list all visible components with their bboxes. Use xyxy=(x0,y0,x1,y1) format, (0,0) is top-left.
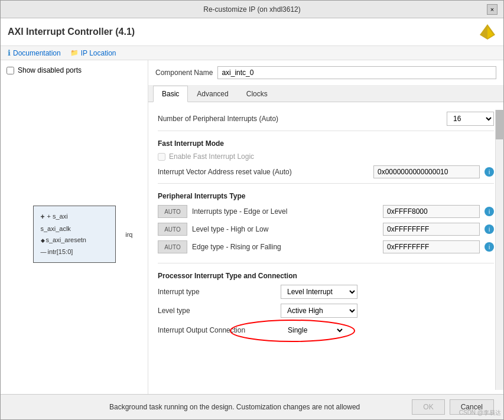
left-panel: Show disabled ports + + s_axi s_axi_aclk… xyxy=(1,60,148,394)
scrollbar-track[interactable] xyxy=(495,110,503,390)
tab-basic[interactable]: Basic xyxy=(153,86,188,102)
peripheral-interrupts-count-row: Number of Peripheral Interrupts (Auto) 1… xyxy=(158,112,494,126)
enable-fast-interrupt-label: Enable Fast Interrupt Logic xyxy=(169,152,254,161)
enable-fast-interrupt-checkbox[interactable] xyxy=(158,153,165,161)
tab-advanced[interactable]: Advanced xyxy=(188,86,237,102)
peripheral-type-input-2[interactable] xyxy=(383,240,480,253)
footer-status-text: Background task running on the design. C… xyxy=(57,403,412,411)
main-content: Show disabled ports + + s_axi s_axi_aclk… xyxy=(1,60,503,394)
port-s-axi-aclk: s_axi_aclk xyxy=(41,223,108,235)
peripheral-type-info-0[interactable]: i xyxy=(485,207,494,216)
peripheral-type-row-2: AUTO Edge type - Rising or Falling i xyxy=(158,240,494,253)
auto-tag-0: AUTO xyxy=(158,205,187,218)
folder-icon: 📁 xyxy=(70,49,79,57)
peripheral-type-row-1: AUTO Level type - High or Low i xyxy=(158,223,494,236)
output-connection-row: Interrupt Output Connection Single Bus xyxy=(158,323,494,338)
title-bar: Re-customize IP (on xhdl3612) × xyxy=(1,1,503,18)
level-type-row: Level type Active High Active Low xyxy=(158,304,494,318)
interrupt-type-label: Interrupt type xyxy=(158,288,276,296)
irq-label: irq xyxy=(125,231,132,238)
component-name-row: Component Name xyxy=(148,60,503,86)
header-area: AXI Interrupt Controller (4.1) xyxy=(1,18,503,46)
peripheral-type-label-0: Interrupts type - Edge or Level xyxy=(192,207,378,216)
peripheral-type-row-0: AUTO Interrupts type - Edge or Level i xyxy=(158,205,494,218)
peripheral-type-label-1: Level type - High or Low xyxy=(192,225,378,233)
interrupt-vector-input[interactable] xyxy=(373,165,480,178)
interrupt-vector-info-icon[interactable]: i xyxy=(485,167,494,177)
interrupt-vector-label: Interrupt Vector Address reset value (Au… xyxy=(158,168,369,176)
peripheral-interrupts-count-select[interactable]: 16 32 xyxy=(447,112,494,126)
show-disabled-ports-checkbox[interactable] xyxy=(6,67,14,74)
port-s-axi: + + s_axi xyxy=(41,211,108,223)
peripheral-type-info-1[interactable]: i xyxy=(485,224,494,234)
tab-clocks[interactable]: Clocks xyxy=(238,86,277,102)
auto-tag-1: AUTO xyxy=(158,223,187,236)
show-disabled-ports-row: Show disabled ports xyxy=(6,66,142,74)
ip-location-link[interactable]: 📁 IP Location xyxy=(70,49,116,57)
peripheral-interrupts-count-label: Number of Peripheral Interrupts (Auto) xyxy=(158,115,442,123)
divider-2 xyxy=(158,183,494,184)
interrupt-vector-row: Interrupt Vector Address reset value (Au… xyxy=(158,165,494,178)
main-window: Re-customize IP (on xhdl3612) × AXI Inte… xyxy=(0,0,504,420)
tab-content: Number of Peripheral Interrupts (Auto) 1… xyxy=(148,102,503,394)
peripheral-type-label-2: Edge type - Rising or Falling xyxy=(192,243,378,251)
close-button[interactable]: × xyxy=(487,4,498,15)
divider-1 xyxy=(158,131,494,131)
fast-interrupt-mode-title: Fast Interrupt Mode xyxy=(158,139,494,148)
output-connection-label: Interrupt Output Connection xyxy=(158,326,276,334)
level-type-select[interactable]: Active High Active Low xyxy=(281,304,357,318)
port-s-axi-aresetn: ◆ s_axi_aresetn xyxy=(41,235,108,246)
peripheral-type-info-2[interactable]: i xyxy=(485,242,494,252)
processor-interrupt-title: Processor Interrupt Type and Connection xyxy=(158,272,494,280)
toolbar-bar: ℹ Documentation 📁 IP Location xyxy=(1,46,503,60)
documentation-link[interactable]: ℹ Documentation xyxy=(8,48,61,57)
ok-button[interactable]: OK xyxy=(412,399,444,415)
peripheral-interrupts-type-title: Peripheral Interrupts Type xyxy=(158,192,494,200)
peripheral-type-input-0[interactable] xyxy=(383,205,480,218)
window-title: Re-customize IP (on xhdl3612) xyxy=(17,5,487,14)
header-title: AXI Interrupt Controller (4.1) xyxy=(8,27,135,37)
output-connection-select[interactable]: Single Bus xyxy=(281,323,346,338)
component-box: + + s_axi s_axi_aclk ◆ s_axi_aresetn — xyxy=(33,206,116,263)
enable-fast-interrupt-row: Enable Fast Interrupt Logic xyxy=(158,152,494,161)
watermark: CSDN @李易达 xyxy=(459,409,501,417)
divider-3 xyxy=(158,263,494,263)
component-name-label: Component Name xyxy=(155,69,213,77)
footer-bar: Background task running on the design. C… xyxy=(1,394,503,419)
show-disabled-ports-label: Show disabled ports xyxy=(18,66,82,74)
interrupt-type-select[interactable]: Level Interrupt Edge Interrupt xyxy=(281,285,357,299)
port-intr: — intr[15:0] xyxy=(41,246,108,258)
vivado-logo xyxy=(479,23,496,41)
right-panel: Component Name Basic Advanced Clocks Num… xyxy=(148,60,503,394)
peripheral-type-input-1[interactable] xyxy=(383,223,480,236)
scrollbar-thumb[interactable] xyxy=(496,110,503,139)
tabs-bar: Basic Advanced Clocks xyxy=(148,86,503,102)
component-name-input[interactable] xyxy=(217,66,496,79)
component-diagram: + + s_axi s_axi_aclk ◆ s_axi_aresetn — xyxy=(6,80,142,388)
interrupt-type-row: Interrupt type Level Interrupt Edge Inte… xyxy=(158,285,494,299)
auto-tag-2: AUTO xyxy=(158,240,187,253)
info-icon: ℹ xyxy=(8,48,11,57)
level-type-label: Level type xyxy=(158,307,276,315)
